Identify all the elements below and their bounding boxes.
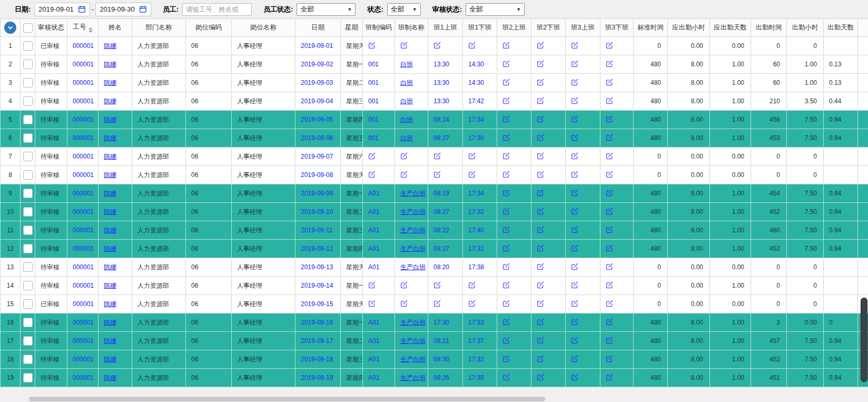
row-checkbox[interactable]	[23, 41, 33, 51]
name-value[interactable]: 陈娜	[104, 300, 116, 308]
s1-out-value[interactable]: 17:38	[468, 263, 484, 271]
edit-icon[interactable]	[537, 226, 544, 233]
edit-icon[interactable]	[502, 226, 510, 233]
edit-icon[interactable]	[537, 281, 544, 289]
edit-icon[interactable]	[537, 300, 544, 307]
shift-name-value[interactable]: 白班	[400, 134, 413, 142]
date-value[interactable]: 2019-09-11	[301, 227, 333, 234]
emp-id-value[interactable]: 000001	[73, 42, 94, 50]
row-checkbox[interactable]	[23, 373, 33, 383]
name-value[interactable]: 陈娜	[104, 42, 116, 50]
edit-icon[interactable]	[606, 300, 613, 307]
edit-icon[interactable]	[502, 208, 510, 215]
name-value[interactable]: 陈娜	[104, 79, 116, 86]
edit-icon[interactable]	[537, 115, 544, 123]
row-checkbox[interactable]	[23, 299, 33, 309]
shift-code-value[interactable]: A01	[368, 245, 379, 252]
edit-icon[interactable]	[571, 97, 578, 104]
shift-code-value[interactable]: 001	[368, 79, 379, 86]
edit-icon[interactable]	[571, 115, 578, 123]
edit-icon[interactable]	[606, 171, 613, 178]
s1-in-value[interactable]: 08:19	[433, 190, 449, 197]
emp-id-value[interactable]: 000001	[73, 97, 94, 105]
edit-icon[interactable]	[433, 42, 441, 49]
date-value[interactable]: 2019-09-04	[301, 97, 333, 105]
edit-icon[interactable]	[400, 300, 408, 307]
name-value[interactable]: 陈娜	[104, 263, 116, 271]
shift-name-value[interactable]: 生产白班	[400, 356, 426, 363]
s1-in-value[interactable]: 08:27	[433, 245, 449, 252]
name-value[interactable]: 陈娜	[104, 245, 116, 252]
edit-icon[interactable]	[433, 171, 441, 178]
employee-search-input[interactable]	[182, 3, 252, 16]
edit-icon[interactable]	[571, 337, 578, 344]
edit-icon[interactable]	[571, 42, 578, 49]
name-value[interactable]: 陈娜	[104, 356, 116, 363]
s1-out-value[interactable]: 17:40	[468, 227, 484, 234]
shift-code-value[interactable]: A01	[368, 190, 379, 197]
s1-out-value[interactable]: 14:30	[468, 61, 484, 68]
date-value[interactable]: 2019-09-06	[301, 134, 333, 142]
date-to-input[interactable]: 2019-09-30	[95, 3, 151, 16]
row-checkbox[interactable]	[23, 152, 33, 161]
edit-icon[interactable]	[502, 115, 510, 123]
edit-icon[interactable]	[502, 281, 510, 289]
edit-icon[interactable]	[571, 79, 578, 86]
date-value[interactable]: 2019-09-05	[301, 116, 333, 123]
row-checkbox[interactable]	[23, 170, 33, 180]
edit-icon[interactable]	[468, 171, 476, 178]
s1-in-value[interactable]: 08:24	[433, 116, 449, 123]
s1-in-value[interactable]: 08:30	[433, 356, 449, 363]
row-checkbox[interactable]	[23, 355, 33, 364]
audit-status-select[interactable]: 全部 ▼	[466, 3, 525, 16]
shift-code-value[interactable]: A01	[368, 319, 379, 326]
vertical-scrollbar-thumb[interactable]	[861, 298, 867, 382]
emp-id-value[interactable]: 000001	[73, 263, 94, 271]
s1-out-value[interactable]: 17:32	[468, 245, 484, 252]
edit-icon[interactable]	[606, 189, 613, 197]
calendar-icon[interactable]	[78, 5, 86, 13]
date-value[interactable]: 2019-09-08	[301, 171, 333, 179]
edit-icon[interactable]	[606, 374, 613, 381]
row-checkbox[interactable]	[23, 115, 33, 124]
select-all-checkbox[interactable]	[23, 23, 33, 33]
emp-id-value[interactable]: 000001	[73, 300, 94, 308]
edit-icon[interactable]	[468, 281, 476, 289]
edit-icon[interactable]	[368, 152, 376, 160]
edit-icon[interactable]	[537, 79, 544, 86]
edit-icon[interactable]	[571, 318, 578, 326]
shift-name-value[interactable]: 白班	[400, 79, 413, 86]
emp-id-value[interactable]: 000001	[73, 337, 94, 345]
row-checkbox[interactable]	[23, 78, 33, 87]
edit-icon[interactable]	[537, 42, 544, 49]
edit-icon[interactable]	[400, 152, 408, 160]
expand-all-button[interactable]	[4, 22, 16, 34]
s1-out-value[interactable]: 14:30	[468, 79, 484, 86]
emp-id-value[interactable]: 000001	[73, 79, 94, 86]
s1-in-value[interactable]: 08:22	[433, 227, 449, 234]
row-checkbox[interactable]	[23, 225, 33, 235]
edit-icon[interactable]	[606, 318, 613, 326]
edit-icon[interactable]	[537, 152, 544, 160]
edit-icon[interactable]	[400, 171, 408, 178]
edit-icon[interactable]	[537, 244, 544, 252]
edit-icon[interactable]	[502, 355, 510, 362]
shift-code-value[interactable]: A01	[368, 227, 379, 234]
name-value[interactable]: 陈娜	[104, 171, 116, 179]
edit-icon[interactable]	[468, 300, 476, 307]
edit-icon[interactable]	[537, 318, 544, 326]
edit-icon[interactable]	[433, 152, 441, 160]
calendar-icon[interactable]	[139, 5, 147, 13]
s1-out-value[interactable]: 17:37	[468, 337, 484, 345]
s1-out-value[interactable]: 17:33	[468, 319, 484, 326]
shift-name-value[interactable]: 生产白班	[400, 319, 426, 326]
edit-icon[interactable]	[368, 42, 376, 49]
employee-status-select[interactable]: 全部 ▼	[297, 3, 356, 16]
date-value[interactable]: 2019-09-15	[301, 300, 333, 308]
edit-icon[interactable]	[606, 134, 613, 141]
emp-id-value[interactable]: 000001	[73, 319, 94, 326]
date-value[interactable]: 2019-09-07	[301, 153, 333, 160]
emp-id-value[interactable]: 000001	[73, 116, 94, 123]
s1-out-value[interactable]: 17:34	[468, 190, 484, 197]
shift-code-value[interactable]: A01	[368, 208, 379, 215]
